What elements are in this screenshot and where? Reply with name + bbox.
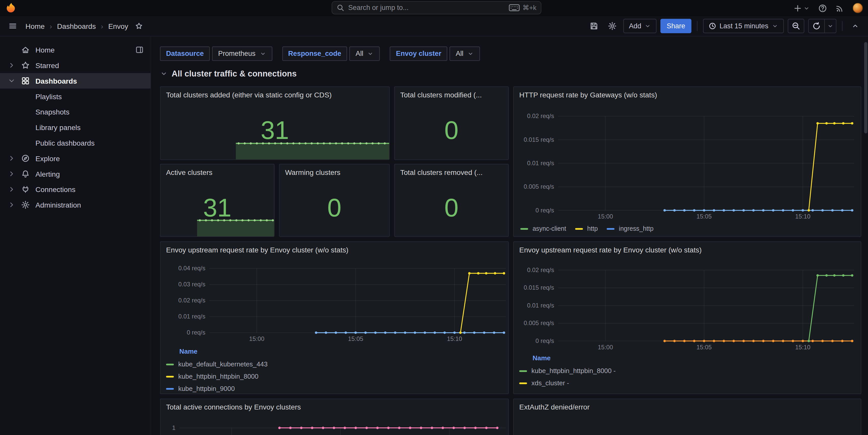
legend-item[interactable]: http xyxy=(575,224,598,233)
row-toggle-all-cluster-traffic[interactable]: All cluster traffic & connections xyxy=(160,69,297,78)
panel-title[interactable]: Total active connections by Envoy cluste… xyxy=(161,399,508,413)
legend-item[interactable]: kube_httpbin_httpbin_8000 - xyxy=(519,365,856,377)
sidebar-item-label: Starred xyxy=(35,61,59,70)
svg-text:0.03 req/s: 0.03 req/s xyxy=(178,281,205,288)
plug-icon xyxy=(21,185,30,194)
sidebar-item-starred[interactable]: Starred xyxy=(0,58,150,73)
time-range-picker[interactable]: Last 15 minutes xyxy=(703,19,784,33)
sidebar-item-dashboards[interactable]: Dashboards xyxy=(0,73,150,89)
sidebar-item-connections[interactable]: Connections xyxy=(0,182,150,197)
plus-icon xyxy=(793,4,802,12)
panel-title[interactable]: Warming clusters xyxy=(279,164,389,179)
grafana-logo-icon[interactable] xyxy=(5,2,17,14)
collapse-toolbar-button[interactable] xyxy=(848,19,862,33)
svg-text:15:05: 15:05 xyxy=(696,344,712,351)
panel-title[interactable]: Total clusters added (either via static … xyxy=(161,87,390,101)
svg-text:15:00: 15:00 xyxy=(249,335,265,342)
svg-text:0.02 req/s: 0.02 req/s xyxy=(178,297,205,304)
panel-title[interactable]: ExtAuthZ denied/error xyxy=(514,399,861,413)
search-shortcut: ⌘+k xyxy=(523,4,536,11)
chevron-right-icon[interactable] xyxy=(8,155,15,162)
datasource-label: Datasource xyxy=(160,46,210,61)
dashboard-settings-button[interactable] xyxy=(605,19,619,33)
help-button[interactable] xyxy=(818,4,827,12)
chevron-right-icon[interactable] xyxy=(8,201,15,209)
panel-title[interactable]: Total clusters removed (... xyxy=(395,164,508,179)
dashboard-canvas: Datasource Prometheus Response_code All xyxy=(151,36,868,435)
chart-legend: Name kube_default_kubernetes_443kube_htt… xyxy=(166,346,504,394)
sidebar-item-label: Playlists xyxy=(35,92,62,100)
sidebar-item-label: Home xyxy=(35,45,55,54)
response-code-picker[interactable]: All xyxy=(350,46,380,61)
bell-icon xyxy=(21,169,30,178)
sidebar-item-library-panels[interactable]: Library panels xyxy=(0,120,150,135)
sidebar-item-public-dashboards[interactable]: Public dashboards xyxy=(0,135,150,151)
panel-total-active-connections: Total active connections by Envoy cluste… xyxy=(160,399,509,435)
svg-text:0 req/s: 0 req/s xyxy=(535,337,554,344)
top-bar: Search or jump to... ⌘+k xyxy=(0,0,868,16)
panel-active-clusters: Active clusters 31 xyxy=(160,164,274,237)
legend-item[interactable]: async-client xyxy=(521,224,566,233)
legend-item[interactable]: kube_httpbin_httpbin_8000 xyxy=(166,370,504,382)
zoom-out-button[interactable] xyxy=(788,19,804,33)
add-button[interactable]: Add xyxy=(623,19,657,33)
legend-header[interactable]: Name xyxy=(519,353,856,365)
time-series-chart: 0 req/s0.005 req/s0.01 req/s0.015 req/s0… xyxy=(514,102,861,222)
rss-icon xyxy=(835,4,844,12)
panel-title[interactable]: Total clusters modified (... xyxy=(395,87,508,101)
chevron-down-icon xyxy=(160,69,167,77)
sparkline xyxy=(236,143,390,159)
svg-text:15:10: 15:10 xyxy=(795,213,811,220)
news-button[interactable] xyxy=(835,4,844,12)
sidebar-item-alerting[interactable]: Alerting xyxy=(0,166,150,182)
svg-text:15:10: 15:10 xyxy=(795,344,811,351)
svg-text:0 req/s: 0 req/s xyxy=(535,207,554,214)
sidebar-item-administration[interactable]: Administration xyxy=(0,197,150,213)
panel-title[interactable]: Active clusters xyxy=(161,164,274,179)
envoy-cluster-picker[interactable]: All xyxy=(450,46,480,61)
menu-toggle-button[interactable] xyxy=(6,19,20,33)
search-input[interactable]: Search or jump to... ⌘+k xyxy=(332,1,541,14)
sidebar-item-snapshots[interactable]: Snapshots xyxy=(0,104,150,120)
chart-legend: async-clienthttpingress_http xyxy=(521,224,654,233)
share-button[interactable]: Share xyxy=(661,19,691,33)
chevron-down-icon xyxy=(772,23,778,29)
dock-panel-icon[interactable] xyxy=(135,45,144,54)
datasource-picker[interactable]: Prometheus xyxy=(212,46,272,61)
legend-header[interactable]: Name xyxy=(166,346,504,358)
chevron-down-icon[interactable] xyxy=(8,77,15,85)
svg-text:15:05: 15:05 xyxy=(348,335,363,342)
panel-http-request-rate-gateways: HTTP request rate by Gateways (w/o stats… xyxy=(513,87,861,237)
panel-title[interactable]: Envoy upstream request rate by Envoy clu… xyxy=(161,242,508,256)
scrollbar-thumb[interactable] xyxy=(864,42,867,133)
svg-text:0 req/s: 0 req/s xyxy=(187,329,205,336)
legend-item[interactable]: ingress_http xyxy=(607,224,654,233)
sidebar-item-home[interactable]: Home xyxy=(0,42,150,58)
chevron-spacer xyxy=(8,46,15,54)
grafana-app: Search or jump to... ⌘+k xyxy=(0,0,868,435)
legend-item[interactable]: kube_default_kubernetes_443 xyxy=(166,358,504,371)
panel-title[interactable]: Envoy upstream request rate by Envoy clu… xyxy=(514,242,861,256)
panel-total-clusters-added: Total clusters added (either via static … xyxy=(160,87,390,160)
chevron-right-icon[interactable] xyxy=(8,185,15,193)
chevron-down-icon xyxy=(259,51,266,57)
panel-title[interactable]: HTTP request rate by Gateways (w/o stats… xyxy=(514,87,861,101)
favorite-star-button[interactable] xyxy=(133,21,144,31)
sidebar-item-playlists[interactable]: Playlists xyxy=(0,89,150,104)
svg-text:0.01 req/s: 0.01 req/s xyxy=(527,160,554,166)
svg-text:1: 1 xyxy=(172,424,176,431)
chevron-right-icon[interactable] xyxy=(8,170,15,178)
user-avatar-button[interactable] xyxy=(852,3,863,13)
breadcrumb-item-dashboards[interactable]: Dashboards xyxy=(57,22,96,30)
breadcrumb-item-home[interactable]: Home xyxy=(26,22,44,30)
save-dashboard-button[interactable] xyxy=(587,19,601,33)
refresh-interval-dropdown[interactable] xyxy=(825,19,837,33)
chevron-right-icon[interactable] xyxy=(8,61,15,69)
new-menu-button[interactable] xyxy=(793,4,810,12)
legend-item[interactable]: xds_cluster - xyxy=(519,377,856,389)
zoom-out-icon xyxy=(792,22,800,31)
breadcrumb-item-envoy[interactable]: Envoy xyxy=(108,22,128,30)
sidebar-item-explore[interactable]: Explore xyxy=(0,150,150,166)
legend-item[interactable]: kube_httpbin_9000 xyxy=(166,382,504,394)
refresh-button[interactable] xyxy=(808,19,825,33)
